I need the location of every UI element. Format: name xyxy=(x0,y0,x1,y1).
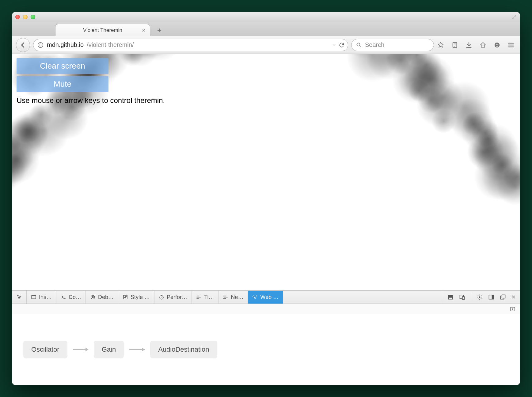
devtools-pick-element-button[interactable] xyxy=(12,291,27,304)
search-icon xyxy=(356,42,362,48)
web-audio-icon xyxy=(252,294,258,300)
devtools-tab-inspector[interactable]: Ins… xyxy=(27,291,56,304)
audio-node-gain[interactable]: Gain xyxy=(94,341,124,358)
close-window-button[interactable] xyxy=(15,15,20,19)
inspector-icon xyxy=(31,294,36,300)
browser-tab[interactable]: Violent Theremin × xyxy=(55,24,150,36)
svg-point-1 xyxy=(357,43,360,46)
devtools-tab-performance[interactable]: Perfor… xyxy=(154,291,192,304)
audio-node-destination[interactable]: AudioDestination xyxy=(150,341,217,358)
svg-point-5 xyxy=(497,44,498,45)
svg-point-133 xyxy=(91,295,95,299)
url-toolbar: mdn.github.io/violent-theremin/ Search xyxy=(12,36,520,54)
responsive-mode-icon[interactable] xyxy=(459,294,465,300)
page-controls: Clear screen Mute Use mouse or arrow key… xyxy=(12,54,520,109)
debugger-icon xyxy=(90,294,96,300)
svg-rect-141 xyxy=(462,297,465,299)
tab-title: Violent Theremin xyxy=(83,27,122,33)
collapse-sidebar-icon[interactable] xyxy=(510,306,515,312)
svg-rect-139 xyxy=(449,298,452,299)
traffic-lights xyxy=(15,15,35,19)
instruction-text: Use mouse or arrow keys to control there… xyxy=(17,96,515,105)
devtools-tab-label: Ne… xyxy=(231,294,243,301)
dock-side-icon[interactable] xyxy=(488,294,494,300)
titlebar xyxy=(12,12,520,22)
performance-icon xyxy=(159,294,164,300)
devtools-tab-label: Co… xyxy=(69,294,81,301)
svg-rect-134 xyxy=(92,296,93,298)
devtools-tab-network[interactable]: Ne… xyxy=(218,291,248,304)
svg-rect-132 xyxy=(32,296,36,299)
devtools-right-controls: × xyxy=(443,291,520,304)
url-host: mdn.github.io xyxy=(47,41,84,48)
clear-screen-button[interactable]: Clear screen xyxy=(17,58,108,74)
home-icon[interactable] xyxy=(479,41,487,49)
devtools-tab-style-editor[interactable]: Style … xyxy=(118,291,154,304)
devtools-tab-timeline[interactable]: Ti… xyxy=(192,291,218,304)
devtools-tab-label: Ti… xyxy=(204,294,214,301)
devtools-close-icon[interactable]: × xyxy=(511,293,515,301)
zoom-window-button[interactable] xyxy=(31,15,35,19)
search-box[interactable]: Search xyxy=(351,39,434,51)
style-editor-icon xyxy=(123,294,128,300)
new-tab-button[interactable]: + xyxy=(153,25,166,36)
audio-node-oscillator[interactable]: Oscillator xyxy=(23,341,67,358)
timeline-icon xyxy=(196,294,202,300)
svg-point-4 xyxy=(496,44,497,45)
tab-strip: Violent Theremin × + xyxy=(12,22,520,36)
devtools-settings-icon[interactable] xyxy=(477,294,483,300)
fullscreen-icon[interactable] xyxy=(512,15,517,20)
downloads-icon[interactable] xyxy=(465,41,473,49)
devtools-tab-label: Perfor… xyxy=(167,294,187,301)
bookmark-star-icon[interactable] xyxy=(437,41,444,49)
minimize-window-button[interactable] xyxy=(23,15,28,19)
pointer-icon xyxy=(17,294,22,300)
devtools-tab-label: Ins… xyxy=(39,294,52,301)
graph-arrow xyxy=(129,349,145,350)
page-watermark: Violent Theremin xyxy=(353,264,512,286)
reload-icon[interactable] xyxy=(339,42,345,48)
url-input[interactable]: mdn.github.io/violent-theremin/ xyxy=(33,39,348,51)
svg-rect-147 xyxy=(511,307,515,311)
split-console-icon[interactable] xyxy=(447,294,454,300)
globe-icon xyxy=(37,42,44,48)
back-button[interactable] xyxy=(16,38,30,52)
dropdown-icon[interactable] xyxy=(332,43,336,47)
feedback-smiley-icon[interactable] xyxy=(493,41,501,49)
devtools-tab-console[interactable]: Co… xyxy=(56,291,86,304)
close-tab-button[interactable]: × xyxy=(142,27,146,34)
browser-window: Violent Theremin × + mdn.github.io/viole… xyxy=(12,12,520,385)
devtools-tab-label: Style … xyxy=(131,294,150,301)
reading-list-icon[interactable] xyxy=(451,41,458,49)
devtools-tab-web-audio[interactable]: Web … xyxy=(248,291,283,304)
page-content[interactable]: Clear screen Mute Use mouse or arrow key… xyxy=(12,54,520,290)
devtools-tab-label: Deb… xyxy=(98,294,114,301)
svg-rect-144 xyxy=(492,295,494,299)
url-path: /violent-theremin/ xyxy=(87,41,134,48)
svg-point-142 xyxy=(479,297,481,298)
web-audio-graph: Oscillator Gain AudioDestination xyxy=(12,314,520,385)
console-icon xyxy=(61,294,66,300)
devtools-tab-debugger[interactable]: Deb… xyxy=(86,291,118,304)
network-icon xyxy=(223,294,228,300)
svg-point-3 xyxy=(495,42,500,47)
devtools-toolbar: Ins… Co… Deb… Style … Perfor… Ti… Ne… W xyxy=(12,290,520,304)
dock-window-icon[interactable] xyxy=(500,294,506,300)
menu-button[interactable] xyxy=(506,40,516,50)
url-reload-group xyxy=(332,42,345,48)
mute-button[interactable]: Mute xyxy=(17,76,108,92)
toolbar-icons xyxy=(437,41,501,49)
devtools-meta-bar xyxy=(12,304,520,314)
svg-rect-135 xyxy=(93,296,93,298)
graph-arrow xyxy=(73,349,88,350)
devtools-tab-label: Web … xyxy=(260,294,279,301)
svg-rect-146 xyxy=(502,295,505,298)
search-placeholder: Search xyxy=(365,41,384,48)
